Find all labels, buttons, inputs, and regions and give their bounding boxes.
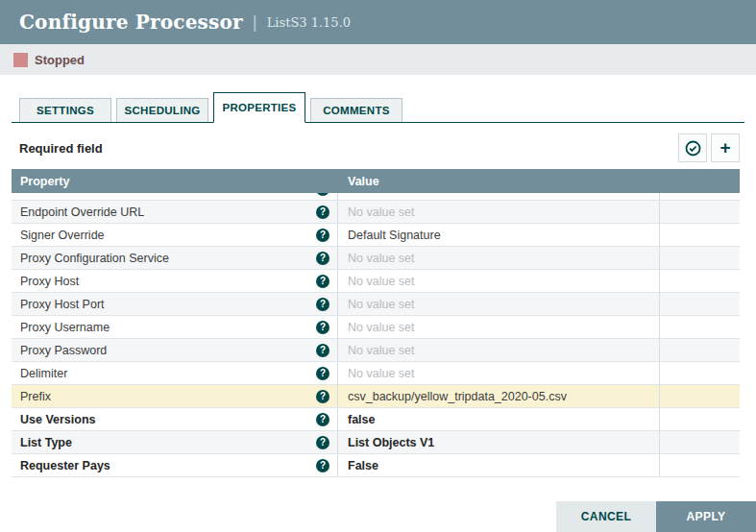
property-value: csv_backup/yellow_tripdata_2020-05.csv	[348, 390, 567, 403]
status-bar: Stopped	[0, 44, 756, 75]
property-value: No value set	[348, 275, 414, 288]
property-name: Signer Override	[20, 229, 105, 242]
help-icon[interactable]: ?	[316, 229, 329, 242]
property-name: Delimiter	[20, 367, 67, 380]
table-row[interactable]: Proxy Host ? No value set	[12, 270, 740, 293]
help-icon[interactable]: ?	[316, 436, 329, 449]
property-value: No value set	[348, 252, 414, 265]
property-value: No value set	[348, 206, 414, 219]
tab-properties[interactable]: PROPERTIES	[213, 92, 305, 123]
dialog-header: Configure Processor | ListS3 1.15.0	[0, 0, 756, 44]
cancel-button[interactable]: CANCEL	[556, 501, 656, 532]
help-icon[interactable]: ?	[316, 413, 329, 426]
property-name: Proxy Password	[20, 344, 107, 357]
help-icon[interactable]: ?	[316, 390, 329, 403]
table-row[interactable]: Proxy Password ? No value set	[12, 339, 740, 362]
table-row[interactable]: Requester Pays ? False	[12, 454, 740, 477]
table-row[interactable]: Proxy Host Port ? No value set	[12, 293, 740, 316]
properties-table: Property Value SSL Context Service ? No …	[12, 169, 740, 477]
tab-bar: SETTINGSSCHEDULINGPROPERTIESCOMMENTS	[12, 92, 744, 123]
property-value: false	[348, 413, 376, 426]
property-name: List Type	[20, 436, 72, 449]
required-field-label: Required field	[12, 141, 103, 156]
dialog-title: Configure Processor	[19, 11, 243, 34]
table-row[interactable]: Prefix ? csv_backup/yellow_tripdata_2020…	[12, 385, 740, 408]
help-icon[interactable]: ?	[316, 206, 329, 219]
property-name: Proxy Host	[20, 275, 79, 288]
properties-table-header: Property Value	[12, 169, 740, 193]
property-name: Use Versions	[20, 413, 96, 426]
property-name: Requester Pays	[20, 459, 110, 472]
toolbar-buttons: +	[678, 133, 740, 162]
table-row[interactable]: List Type ? List Objects V1	[12, 431, 740, 454]
table-row[interactable]: Proxy Username ? No value set	[12, 316, 740, 339]
property-value: No value set	[348, 298, 414, 311]
stopped-status-icon	[13, 53, 28, 67]
property-name: Endpoint Override URL	[20, 206, 144, 219]
dialog-footer: CANCEL APPLY	[556, 501, 756, 532]
table-row[interactable]: Signer Override ? Default Signature	[12, 224, 740, 247]
help-icon[interactable]: ?	[316, 459, 329, 472]
properties-table-body: SSL Context Service ? No value set Endpo…	[12, 193, 740, 477]
help-icon[interactable]: ?	[316, 344, 329, 357]
tab-scheduling[interactable]: SCHEDULING	[116, 98, 208, 122]
properties-toolbar: Required field +	[12, 133, 740, 162]
table-row[interactable]: Delimiter ? No value set	[12, 362, 740, 385]
help-icon[interactable]: ?	[316, 252, 329, 265]
help-icon[interactable]: ?	[316, 321, 329, 334]
title-separator: |	[253, 12, 257, 33]
tab-settings[interactable]: SETTINGS	[19, 98, 111, 122]
help-icon[interactable]: ?	[316, 367, 329, 380]
table-row[interactable]: Use Versions ? false	[12, 408, 740, 431]
help-icon[interactable]: ?	[316, 275, 329, 288]
plus-icon: +	[719, 138, 730, 157]
table-row[interactable]: SSL Context Service ? No value set	[12, 193, 740, 201]
property-value: List Objects V1	[348, 436, 434, 449]
table-row[interactable]: Proxy Configuration Service ? No value s…	[12, 247, 740, 270]
add-property-button[interactable]: +	[711, 133, 740, 162]
property-name: Proxy Configuration Service	[20, 252, 169, 265]
verify-properties-button[interactable]	[678, 133, 707, 162]
tab-comments[interactable]: COMMENTS	[310, 98, 402, 122]
property-name: SSL Context Service	[20, 193, 131, 196]
column-header-property: Property	[12, 175, 338, 188]
property-value: No value set	[348, 193, 414, 196]
property-value: No value set	[348, 367, 414, 380]
property-value: Default Signature	[348, 229, 441, 242]
help-icon[interactable]: ?	[316, 193, 329, 196]
property-name: Proxy Host Port	[20, 298, 105, 311]
processor-type-version: ListS3 1.15.0	[267, 15, 351, 30]
property-value: No value set	[348, 321, 414, 334]
property-value: No value set	[348, 344, 414, 357]
apply-button[interactable]: APPLY	[656, 501, 756, 532]
property-name: Proxy Username	[20, 321, 110, 334]
property-name: Prefix	[20, 390, 51, 403]
circle-check-icon	[685, 140, 701, 157]
help-icon[interactable]: ?	[316, 298, 329, 311]
column-header-value: Value	[338, 175, 660, 188]
property-value: False	[348, 459, 378, 472]
table-row[interactable]: Endpoint Override URL ? No value set	[12, 201, 740, 224]
status-label: Stopped	[35, 53, 85, 67]
